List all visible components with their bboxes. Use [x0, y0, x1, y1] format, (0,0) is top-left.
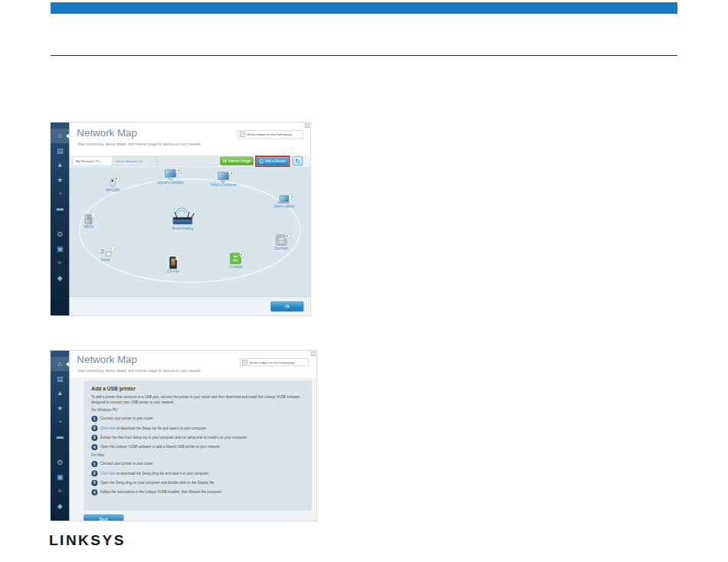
step-number: 4 — [91, 444, 97, 450]
sidebar-item-guest-access[interactable]: ▤ — [51, 143, 69, 158]
usb-storage-icon: ▬ — [57, 204, 64, 212]
media-prioritization-icon: ★ — [57, 404, 63, 412]
sidebar-item-usb-storage[interactable]: ▬ — [51, 430, 69, 444]
sidebar-item-parental-controls[interactable]: ▲ — [51, 158, 69, 172]
sidebar-item-wireless[interactable]: ≈ — [51, 484, 69, 498]
refresh-button[interactable]: ↻ — [293, 156, 303, 165]
sidebar-item-media-prioritization[interactable]: ★ — [51, 172, 69, 187]
click-here-link[interactable]: Click here — [100, 472, 116, 475]
ok-button[interactable]: Ok — [271, 302, 303, 312]
sidebar-item-parental-controls[interactable]: ▲ — [51, 386, 69, 400]
sidebar-item-security[interactable]: ◆ — [51, 270, 69, 285]
window-corner-mark — [305, 123, 310, 128]
device-wvc080[interactable]: WVC080 — [106, 178, 120, 193]
internet-usage-button[interactable]: Internet Usage — [220, 157, 254, 165]
windows-step-3: 3 Extract the files from Setup.zip to yo… — [91, 435, 304, 441]
device-sonos[interactable]: ♫ Sonos — [100, 247, 111, 261]
sidebar-item-security[interactable]: ◆ — [51, 498, 69, 513]
device-label: Kelly's Computer — [211, 183, 237, 187]
device-doorspot[interactable]: we mo Doorspot — [274, 234, 288, 250]
signal-badge — [289, 194, 293, 199]
step-text: Connect your printer to your router. — [100, 416, 154, 422]
sidebar-item-guest-access[interactable]: ▤ — [51, 371, 69, 386]
windows-step-4: 4 Open the Linksys VUSB software to add … — [91, 444, 304, 450]
sidebar-item-troubleshooting[interactable]: ▣ — [51, 469, 69, 484]
device-label: Jake's Laptop — [274, 204, 295, 208]
device-label: JJ's Fire — [166, 270, 179, 273]
tab-my-network[interactable]: My Network ( 9 ) — [72, 156, 113, 166]
panel-heading: Add a USB printer — [91, 386, 304, 392]
network-map-icon: ⌂ — [57, 360, 61, 368]
sidebar: ⌂ ▤ ▲ ★ ◔ ▬ ⚙ ▣ ≈ ◆ — [51, 123, 69, 315]
sidebar-item-wireless[interactable]: ≈ — [51, 256, 69, 270]
sidebar: ⌂ ▤ ▲ ★ ◔ ▬ ⚙ ▣ ≈ ◆ — [51, 351, 69, 521]
wireless-icon: ≈ — [58, 487, 62, 495]
add-device-button[interactable]: + Add a Device — [257, 157, 289, 165]
step-number: 2 — [91, 425, 97, 431]
add-device-highlight-box: + Add a Device — [255, 155, 290, 167]
wemo-gray-icon: we mo — [276, 234, 287, 246]
signal-badge — [115, 176, 120, 181]
network-map-canvas: WVC080 Upstairs Desktop Kelly's Computer… — [69, 167, 310, 297]
step-text: Open the Linksys VUSB software to add a … — [100, 444, 221, 450]
header: Network Map View connectivity, device de… — [69, 123, 310, 155]
sidebar-item-speed-test[interactable]: ◔ — [51, 415, 69, 430]
step-number: 3 — [91, 480, 97, 486]
device-crockpot[interactable]: we mo Crockpot — [228, 253, 242, 269]
checkbox-check-icon: ✓ — [240, 132, 245, 137]
linksys-logo: LINKSYS — [49, 533, 126, 549]
device-routerthedog[interactable]: Routerthedog — [170, 210, 195, 230]
checkbox-label: Show widget on the homepage — [249, 361, 295, 364]
step-number: 1 — [91, 416, 97, 422]
step-text: Extract the files from Setup.zip to your… — [100, 435, 248, 441]
signal-badge — [175, 256, 180, 260]
back-button[interactable]: Back — [84, 515, 123, 521]
device-label: WVC080 — [106, 188, 120, 192]
desktop-icon — [218, 172, 230, 182]
signal-badge — [175, 168, 180, 173]
internet-usage-label: Internet Usage — [228, 159, 251, 163]
show-widget-checkbox[interactable]: ✓ Show widget on the homepage — [240, 358, 309, 366]
camera-icon — [110, 178, 116, 188]
device-xbox[interactable]: XBOX — [84, 214, 93, 229]
sidebar-item-troubleshooting[interactable]: ▣ — [51, 241, 69, 256]
connectivity-icon: ⚙ — [57, 230, 63, 238]
security-icon: ◆ — [57, 502, 63, 510]
sidebar-item-usb-storage[interactable]: ▬ — [51, 201, 69, 216]
sidebar-item-speed-test[interactable]: ◔ — [51, 187, 69, 201]
troubleshooting-icon: ▣ — [57, 472, 64, 481]
page-title: Network Map — [77, 127, 137, 139]
game-console-icon — [85, 214, 93, 224]
step-number: 1 — [91, 461, 97, 467]
wireless-icon: ≈ — [58, 259, 62, 266]
device-jakes-laptop[interactable]: Jake's Laptop — [274, 195, 295, 208]
windows-label: For Windows PC: — [91, 408, 304, 412]
speed-test-icon: ◔ — [57, 418, 61, 426]
step-number: 4 — [91, 489, 97, 495]
page-header-bar — [51, 2, 677, 14]
page-title: Network Map — [77, 354, 137, 365]
add-usb-printer-panel: Add a USB printer To add a printer that … — [84, 381, 312, 511]
map-ellipse — [79, 178, 300, 283]
step-text: Click here to download the Setup.zip fil… — [100, 425, 207, 431]
device-upstairs-desktop[interactable]: Upstairs Desktop — [157, 169, 183, 185]
step-number: 3 — [91, 435, 97, 441]
show-widget-checkbox[interactable]: ✓ Show widget on the homepage — [238, 130, 303, 139]
device-label: Doorspot — [274, 247, 288, 250]
sidebar-item-network-map[interactable]: ⌂ — [51, 129, 69, 143]
sidebar-item-network-map[interactable]: ⌂ — [51, 357, 69, 371]
mac-step-2: 2 Click here to download the Setup.dmg f… — [91, 470, 304, 476]
guest-access-icon: ▤ — [57, 146, 64, 155]
device-jjs-fire[interactable]: JJ's Fire — [166, 256, 179, 273]
speed-test-icon: ◔ — [57, 190, 61, 198]
tab-guest-network[interactable]: Guest Network (2) — [112, 156, 157, 166]
mac-step-1: 1 Connect your printer to your router. — [91, 461, 304, 467]
sidebar-item-media-prioritization[interactable]: ★ — [51, 400, 69, 415]
device-kellys-computer[interactable]: Kelly's Computer — [211, 172, 237, 188]
sidebar-item-connectivity[interactable]: ⚙ — [51, 227, 69, 241]
sidebar-item-connectivity[interactable]: ⚙ — [51, 455, 69, 469]
click-here-link[interactable]: Click here — [100, 426, 116, 430]
device-label: Upstairs Desktop — [157, 181, 183, 185]
desktop-icon — [164, 169, 176, 179]
media-prioritization-icon: ★ — [57, 175, 63, 184]
